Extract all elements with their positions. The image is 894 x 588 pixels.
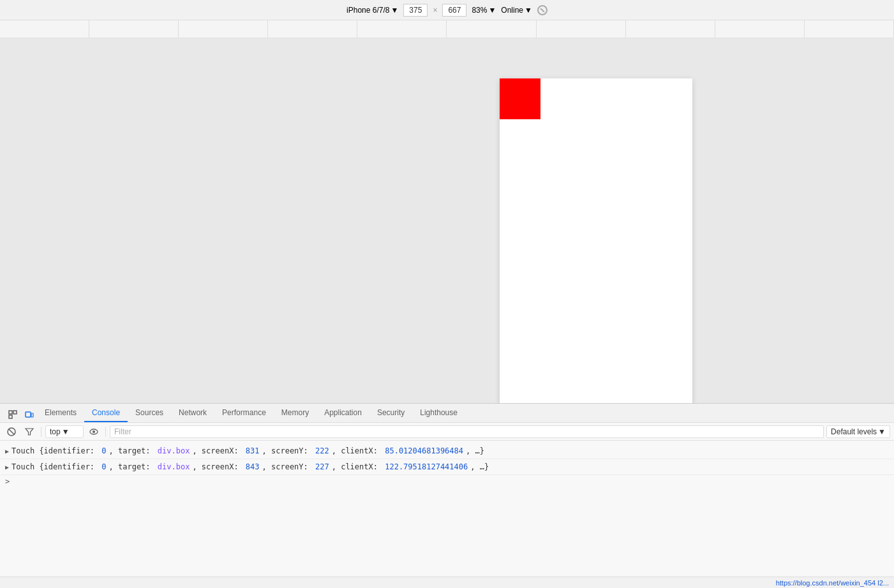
device-selector[interactable]: iPhone 6/7/8 ▼ bbox=[346, 6, 398, 15]
address-segment-8 bbox=[626, 20, 715, 38]
context-arrow: ▼ bbox=[62, 427, 70, 436]
filter-input[interactable] bbox=[110, 425, 824, 438]
svg-rect-1 bbox=[13, 411, 17, 414]
levels-arrow: ▼ bbox=[878, 427, 886, 436]
address-bar bbox=[0, 20, 894, 38]
toolbar-separator-2 bbox=[105, 427, 106, 437]
levels-value: Default levels bbox=[831, 427, 877, 436]
browser-toolbar: iPhone 6/7/8 ▼ × 83% ▼ Online ▼ bbox=[0, 0, 894, 20]
address-segment-3 bbox=[179, 20, 268, 38]
clear-console-icon[interactable] bbox=[4, 424, 19, 439]
zoom-value: 83% bbox=[472, 6, 487, 15]
tab-network[interactable]: Network bbox=[171, 404, 214, 422]
svg-point-9 bbox=[93, 430, 95, 433]
device-dropdown-arrow: ▼ bbox=[391, 6, 398, 15]
tab-console[interactable]: Console bbox=[84, 404, 128, 422]
tab-security[interactable]: Security bbox=[369, 404, 412, 422]
address-segment-1 bbox=[0, 20, 89, 38]
tab-memory[interactable]: Memory bbox=[274, 404, 317, 422]
svg-rect-4 bbox=[31, 413, 33, 417]
svg-marker-7 bbox=[26, 429, 33, 435]
device-name: iPhone 6/7/8 bbox=[346, 6, 389, 15]
address-segment-2 bbox=[89, 20, 179, 38]
tab-application[interactable]: Application bbox=[317, 404, 369, 422]
address-segment-9 bbox=[715, 20, 805, 38]
red-box bbox=[500, 78, 540, 119]
console-content: ▶ Touch {identifier: 0, target: div.box,… bbox=[0, 441, 894, 588]
prompt-symbol: > bbox=[5, 477, 10, 486]
svg-line-6 bbox=[9, 429, 15, 434]
viewport-area bbox=[0, 38, 894, 421]
devtools-icon-group bbox=[5, 407, 37, 422]
context-value: top bbox=[50, 427, 61, 436]
toolbar-separator-1 bbox=[41, 427, 41, 437]
zoom-arrow: ▼ bbox=[488, 6, 496, 15]
address-segment-7 bbox=[537, 20, 626, 38]
network-arrow: ▼ bbox=[525, 6, 532, 15]
inspect-icon[interactable] bbox=[5, 407, 20, 422]
address-segment-6 bbox=[447, 20, 536, 38]
context-selector[interactable]: top ▼ bbox=[45, 425, 84, 438]
console-line-1: ▶ Touch {identifier: 0, target: div.box,… bbox=[0, 443, 894, 459]
svg-rect-0 bbox=[9, 411, 12, 414]
svg-rect-3 bbox=[26, 412, 31, 417]
status-bar: https://blog.csdn.net/weixin_454 l2... bbox=[0, 577, 894, 588]
network-status: Online bbox=[501, 6, 523, 15]
expand-arrow-1[interactable]: ▶ bbox=[5, 446, 9, 456]
filter-icon[interactable] bbox=[22, 424, 37, 439]
no-entry-icon bbox=[537, 5, 548, 15]
width-input[interactable] bbox=[403, 4, 428, 17]
tab-performance[interactable]: Performance bbox=[214, 404, 274, 422]
svg-rect-2 bbox=[9, 415, 12, 418]
expand-arrow-2[interactable]: ▶ bbox=[5, 462, 9, 472]
eye-icon[interactable] bbox=[86, 424, 101, 439]
console-prompt[interactable]: > bbox=[0, 475, 894, 488]
tab-elements[interactable]: Elements bbox=[37, 404, 84, 422]
status-url: https://blog.csdn.net/weixin_454 l2... bbox=[776, 579, 889, 587]
devtools-secondary-toolbar: top ▼ Default levels ▼ bbox=[0, 423, 894, 441]
address-segment-4 bbox=[268, 20, 357, 38]
address-segment-5 bbox=[357, 20, 447, 38]
tab-sources[interactable]: Sources bbox=[128, 404, 171, 422]
dimension-separator: × bbox=[433, 6, 437, 15]
device-toggle-icon[interactable] bbox=[22, 407, 37, 422]
network-selector[interactable]: Online ▼ bbox=[501, 6, 532, 15]
mobile-preview-frame bbox=[500, 78, 692, 422]
devtools-panel: Elements Console Sources Network Perform… bbox=[0, 403, 894, 588]
levels-dropdown[interactable]: Default levels ▼ bbox=[826, 425, 890, 438]
devtools-tabs: Elements Console Sources Network Perform… bbox=[0, 404, 894, 423]
zoom-selector[interactable]: 83% ▼ bbox=[472, 6, 496, 15]
height-input[interactable] bbox=[442, 4, 466, 17]
address-segment-10 bbox=[805, 20, 894, 38]
tab-lighthouse[interactable]: Lighthouse bbox=[412, 404, 465, 422]
console-line-2: ▶ Touch {identifier: 0, target: div.box,… bbox=[0, 459, 894, 475]
